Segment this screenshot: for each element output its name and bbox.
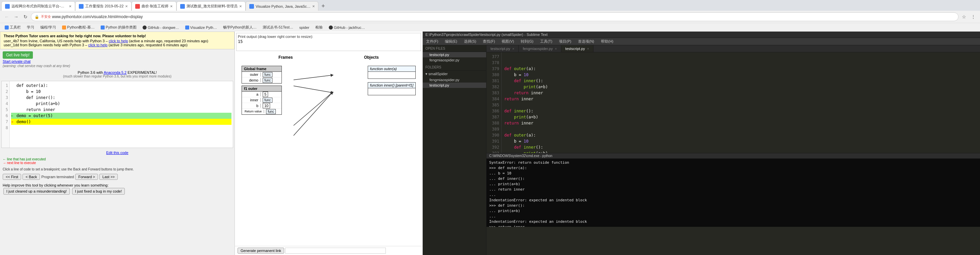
- folders-header: FOLDERS: [423, 64, 486, 71]
- forward-nav-button[interactable]: Forward >: [75, 174, 98, 180]
- bookmark-learn[interactable]: 学习: [25, 24, 36, 30]
- bookmark-test[interactable]: 检验: [313, 24, 325, 30]
- bookmark-visualize[interactable]: Visualize Pyth…: [183, 25, 219, 30]
- code-line-8[interactable]: →demo(): [11, 119, 232, 125]
- editor-tab-close-1[interactable]: ×: [512, 47, 514, 51]
- menu-project[interactable]: 项目(P): [555, 38, 575, 45]
- code-line-2[interactable]: b = 10: [11, 89, 232, 95]
- tab-3[interactable]: 曲价·制造工程师 ×: [132, 2, 177, 11]
- perm-link-input[interactable]: [285, 248, 386, 253]
- private-chat-button[interactable]: Start private chat: [3, 59, 30, 64]
- bookmark-github-dong[interactable]: GitHub - dongwe…: [141, 25, 181, 30]
- tab-3-favicon: [135, 4, 140, 9]
- editor-tab-close-3[interactable]: ×: [587, 47, 589, 51]
- code-line-4[interactable]: print(a+b): [11, 100, 232, 107]
- obj-outer-function: function outer(a): [368, 66, 416, 79]
- bookmark-button[interactable]: ☆: [960, 13, 968, 21]
- tab-2-close[interactable]: ×: [125, 4, 128, 9]
- tab-3-close[interactable]: ×: [170, 4, 173, 9]
- code-area[interactable]: def outer(a): b = 10 def inner(): print(…: [10, 81, 233, 148]
- bookmark-favicon-4: [143, 26, 146, 30]
- f1-frame-title: f1 outer: [242, 86, 282, 92]
- menu-tools[interactable]: 工具(T): [537, 38, 555, 45]
- bookmark-favicon-5: [185, 26, 189, 30]
- menu-view[interactable]: 视图(V): [498, 38, 517, 45]
- editor-tab-close-2[interactable]: ×: [555, 47, 557, 51]
- code-line-5[interactable]: return inner: [11, 107, 232, 113]
- menu-prefs[interactable]: 首选项(N): [575, 38, 598, 45]
- bookmark-spider[interactable]: spider: [297, 25, 311, 30]
- sidebar-folder-fengmiao-file[interactable]: fengmiaospider.py: [423, 77, 486, 83]
- bookmark-label: 测试丛书-51Test…: [263, 25, 293, 30]
- live-help-button[interactable]: Get live help!: [3, 51, 33, 59]
- back-nav-button[interactable]: < Back: [22, 174, 40, 180]
- outer-ref[interactable]: func: [263, 72, 272, 77]
- editor-tab-testscript-2[interactable]: testscript.py×: [561, 45, 593, 52]
- tab-4-close[interactable]: ×: [239, 4, 242, 9]
- bookmark-github-jack[interactable]: GitHub - jackfruc…: [327, 25, 367, 30]
- svg-line-4: [294, 92, 332, 135]
- tab-4-favicon: [180, 4, 185, 9]
- code-line-7[interactable]: ←demo = outer(5): [11, 113, 232, 119]
- executed-indicator: ← line that has just executed: [3, 157, 232, 161]
- edit-this-code-link[interactable]: Edit this code: [106, 151, 128, 155]
- sidebar-folder-smallspider[interactable]: ▾ smallSpider: [423, 71, 486, 77]
- menu-help[interactable]: 帮助(H): [598, 38, 617, 45]
- bookmark-coding[interactable]: 编程/学习: [38, 24, 58, 30]
- tab-2[interactable]: 工作量报告 2019-05-22 ×: [75, 2, 132, 11]
- back-button[interactable]: ←: [3, 13, 11, 21]
- demo-ref[interactable]: func: [263, 78, 272, 83]
- bookmark-python-new[interactable]: 畅学Python的新人…: [221, 24, 259, 30]
- help-user2-link[interactable]: click to help: [88, 43, 107, 47]
- first-button[interactable]: << First: [3, 174, 21, 180]
- terminal-line-3: ... b = 10: [489, 171, 977, 176]
- tab-5[interactable]: Visualize Python, Java, JavaSc… ×: [246, 2, 318, 11]
- sidebar-file-fengmiao[interactable]: fengmiaospider.py: [423, 57, 486, 63]
- print-output-header: Print output (drag lower right corner to…: [238, 35, 419, 38]
- tab-1-close[interactable]: ×: [69, 4, 72, 9]
- open-files-header: OPEN FILES: [423, 45, 486, 52]
- bookmark-label: 检验: [315, 25, 323, 30]
- settings-button[interactable]: ⋮: [969, 13, 977, 21]
- code-col[interactable]: def outer(a): b = 10 def inner(): print(…: [501, 53, 980, 153]
- tab-4[interactable]: 测试数据_激光切割材料-管理员 ×: [177, 2, 246, 11]
- print-output-content[interactable]: 15: [238, 39, 419, 49]
- line-numbers-col: 377378379380381 382383384385386 38738838…: [487, 53, 501, 153]
- sidebar-folder-testscript-file[interactable]: testscript.py: [423, 83, 486, 88]
- bookmark-python-tutorial[interactable]: Python教程-慕…: [60, 24, 97, 30]
- new-tab-button[interactable]: +: [318, 2, 328, 11]
- bookmark-51test[interactable]: 测试丛书-51Test…: [261, 24, 295, 30]
- frame-row-outer: outer func: [242, 72, 282, 78]
- menu-file[interactable]: 文件(F): [423, 38, 442, 45]
- obj-inner-content: [368, 88, 415, 95]
- editor-tab-fengmiao[interactable]: fengmiaospider.py×: [519, 45, 561, 52]
- terminal-line-13: >>> return inner: [489, 225, 977, 227]
- menu-goto[interactable]: 转到(G): [517, 38, 537, 45]
- last-button[interactable]: Last >>: [99, 174, 118, 180]
- code-line-1[interactable]: def outer(a):: [11, 83, 232, 89]
- bookmark-python-ops[interactable]: Python 的操作类图: [99, 24, 138, 30]
- bookmark-tools[interactable]: 工具栏: [3, 24, 23, 30]
- address-bar[interactable]: 🔒 不安全 www.pythontutor.com/visualize.html…: [31, 13, 959, 21]
- lock-icon: 🔒: [35, 15, 39, 19]
- indicators: ← line that has just executed → next lin…: [0, 156, 234, 166]
- menu-select[interactable]: 选择(S): [461, 38, 480, 45]
- forward-button[interactable]: →: [12, 13, 20, 21]
- code-line-3[interactable]: def inner():: [11, 95, 232, 100]
- tab-5-close[interactable]: ×: [312, 4, 315, 9]
- terminal-content[interactable]: SyntaxError: return outside function >>>…: [487, 159, 980, 227]
- fixed-bug-button[interactable]: I just fixed a bug in my code!: [72, 188, 125, 194]
- menu-edit[interactable]: 编辑(E): [442, 38, 461, 45]
- menu-find[interactable]: 查找(F): [479, 38, 498, 45]
- reload-button[interactable]: ↻: [21, 13, 30, 21]
- tab-1[interactable]: 远程网分布式协同制造云平台-业… ×: [2, 2, 75, 11]
- help-user1-link[interactable]: click to help: [109, 39, 128, 43]
- help-banner: These Python Tutor users are asking for …: [0, 32, 234, 49]
- improve-title: Help improve this tool by clicking whene…: [3, 183, 232, 187]
- anaconda-link[interactable]: Anaconda 5.2: [104, 70, 126, 75]
- editor-tab-testscript-1[interactable]: testscript.py×: [487, 45, 519, 52]
- cleared-misunderstanding-button[interactable]: I just cleared up a misunderstanding!: [3, 188, 70, 194]
- perm-link-button[interactable]: Generate permanent link: [237, 248, 284, 253]
- sidebar-file-testscript[interactable]: testscript.py: [423, 52, 486, 57]
- svg-line-3: [294, 92, 332, 126]
